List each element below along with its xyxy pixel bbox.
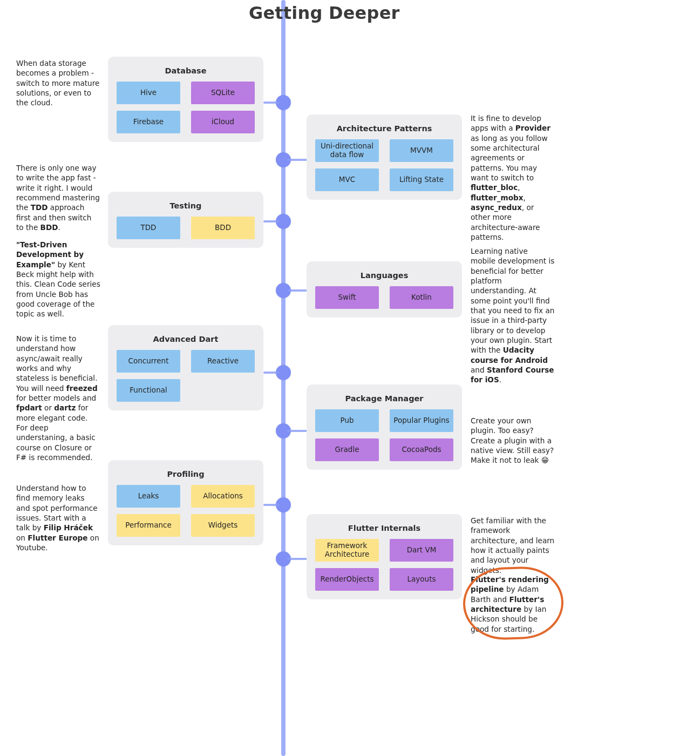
connector (287, 159, 308, 161)
card-heading: Testing (117, 201, 255, 210)
connector (263, 372, 280, 374)
topic-item[interactable]: Framework Architecture (315, 539, 379, 562)
card-architecture-patterns: Architecture Patterns Uni-directional da… (307, 114, 462, 200)
topic-item[interactable]: Functional (117, 379, 180, 402)
note-testing-2: "Test-Driven Development by Example" by … (16, 240, 100, 319)
note-internals-2: Flutter's rendering pipeline by Adam Bar… (471, 575, 555, 634)
topic-item[interactable]: Concurrent (117, 350, 180, 373)
topic-item[interactable]: Pub (315, 409, 379, 432)
note-languages: Learning native mobile development is be… (471, 246, 555, 385)
topic-item[interactable]: Layouts (390, 568, 453, 591)
topic-item[interactable]: Popular Plugins (390, 409, 453, 432)
topic-item[interactable]: Allocations (191, 485, 255, 508)
card-profiling: Profiling LeaksAllocationsPerformanceWid… (108, 460, 263, 545)
card-heading: Architecture Patterns (315, 124, 453, 133)
note-testing-1: There is only one way to write the app f… (16, 163, 100, 232)
topic-item[interactable]: Firebase (117, 111, 180, 133)
connector (287, 430, 308, 432)
note-internals-1: Get familiar with the framework architec… (471, 516, 555, 575)
card-heading: Profiling (117, 470, 255, 478)
items: ConcurrentReactiveFunctional (117, 350, 255, 402)
items: TDDBDD (117, 217, 255, 239)
topic-item[interactable]: Dart VM (390, 539, 453, 562)
items: Framework ArchitectureDart VMRenderObjec… (315, 539, 453, 591)
card-testing: Testing TDDBDD (108, 192, 263, 248)
items: PubPopular PluginsGradleCocoaPods (315, 409, 453, 461)
card-heading: Languages (315, 271, 453, 280)
card-heading: Flutter Internals (315, 524, 453, 532)
topic-item[interactable]: Hive (117, 82, 180, 104)
topic-item[interactable]: CocoaPods (390, 438, 453, 461)
connector (263, 102, 280, 104)
topic-item[interactable]: TDD (117, 217, 180, 239)
topic-item[interactable]: Kotlin (390, 286, 453, 309)
note-database: When data storage becomes a problem - sw… (16, 58, 100, 108)
card-flutter-internals: Flutter Internals Framework Architecture… (307, 514, 462, 599)
connector (263, 220, 280, 222)
topic-item[interactable]: MVVM (390, 139, 453, 162)
note-package: Create your own plugin. Too easy? Create… (471, 416, 555, 465)
card-languages: Languages SwiftKotlin (307, 261, 462, 318)
card-heading: Package Manager (315, 394, 453, 403)
topic-item[interactable]: Swift (315, 286, 379, 309)
note-advanced-dart: Now it is time to understand how async/a… (16, 334, 100, 462)
card-heading: Advanced Dart (117, 335, 255, 343)
note-architecture: It is fine to develop apps with a Provid… (471, 113, 555, 242)
items: SwiftKotlin (315, 286, 453, 309)
topic-item[interactable]: Reactive (191, 350, 255, 373)
connector (287, 289, 308, 292)
card-database: Database HiveSQLiteFirebaseiCloud (108, 57, 263, 142)
note-profiling: Understand how to find memory leaks and … (16, 483, 100, 552)
topic-item[interactable]: Lifting State (390, 168, 453, 191)
items: HiveSQLiteFirebaseiCloud (117, 82, 255, 133)
topic-item[interactable]: Gradle (315, 438, 379, 461)
page: Getting Deeper Database HiveSQLiteFireba… (0, 0, 700, 756)
topic-item[interactable]: RenderObjects (315, 568, 379, 591)
topic-item[interactable]: Performance (117, 514, 180, 537)
items: LeaksAllocationsPerformanceWidgets (117, 485, 255, 537)
topic-item[interactable]: Widgets (191, 514, 255, 537)
page-title: Getting Deeper (249, 3, 400, 23)
connector (287, 558, 308, 560)
topic-item[interactable]: SQLite (191, 82, 255, 104)
topic-item[interactable]: BDD (191, 217, 255, 239)
items: Uni-directional data flowMVVMMVCLifting … (315, 139, 453, 191)
card-package-manager: Package Manager PubPopular PluginsGradle… (307, 384, 462, 470)
topic-item[interactable]: Uni-directional data flow (315, 139, 379, 162)
card-advanced-dart: Advanced Dart ConcurrentReactiveFunction… (108, 325, 263, 410)
topic-item[interactable]: iCloud (191, 111, 255, 133)
connector (263, 504, 280, 506)
topic-item[interactable]: MVC (315, 168, 379, 191)
topic-item[interactable]: Leaks (117, 485, 180, 508)
card-heading: Database (117, 66, 255, 75)
